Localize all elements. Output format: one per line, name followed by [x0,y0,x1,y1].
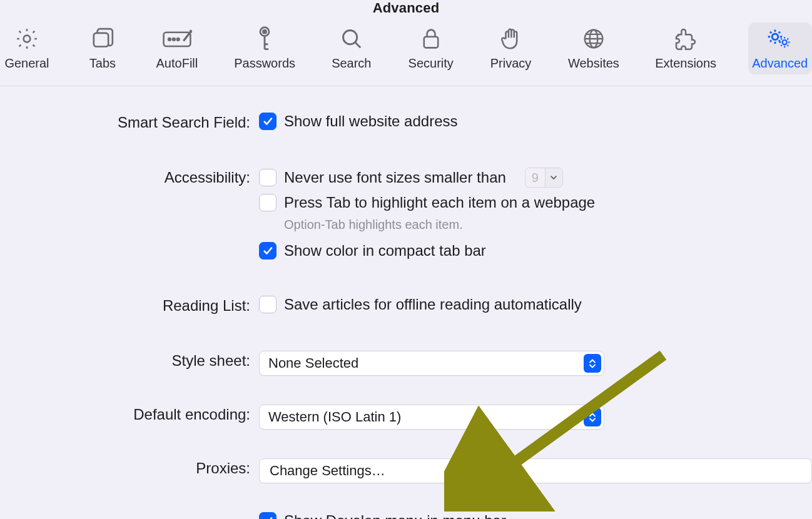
tab-search[interactable]: Search [327,23,376,74]
smart-search-label: Smart Search Field: [0,113,250,131]
min-font-stepper[interactable]: 9 [525,168,563,188]
svg-point-7 [263,30,266,33]
default-encoding-select[interactable]: Western (ISO Latin 1) [259,405,604,430]
chevron-updown-icon [584,408,601,426]
globe-icon [582,26,606,51]
svg-point-3 [168,38,171,41]
svg-point-8 [343,31,357,44]
double-gear-icon [765,26,795,51]
proxies-label: Proxies: [0,458,250,477]
tab-label: Advanced [752,56,808,71]
svg-point-13 [782,40,786,44]
tab-label: General [4,56,49,71]
svg-rect-9 [424,37,437,48]
tab-autofill[interactable]: AutoFill [151,23,203,74]
gear-icon [14,26,39,51]
svg-point-0 [24,36,31,43]
tab-tabs[interactable]: Tabs [81,23,124,74]
default-encoding-label: Default encoding: [0,405,250,423]
tab-general[interactable]: General [0,23,54,74]
tab-label: Search [332,56,371,71]
change-settings-label: Change Settings… [270,463,385,479]
pencil-field-icon [162,26,192,51]
chevron-updown-icon [584,354,601,373]
accessibility-label: Accessibility: [0,168,250,186]
style-sheet-label: Style sheet: [0,351,250,370]
tab-websites[interactable]: Websites [564,23,624,74]
tabs-icon [89,26,116,51]
tab-label: Extensions [655,56,716,71]
search-icon [340,26,363,51]
tab-label: Privacy [490,56,532,71]
svg-point-12 [772,34,778,40]
advanced-pane: Smart Search Field: Show full website ad… [0,86,812,519]
press-tab-label: Press Tab to highlight each item on a we… [284,194,595,211]
tab-privacy[interactable]: Privacy [485,23,536,74]
puzzle-icon [673,26,698,51]
lock-icon [421,26,441,51]
develop-menu-checkbox[interactable] [259,512,277,519]
min-font-checkbox[interactable] [259,169,277,186]
svg-point-5 [177,38,180,41]
tab-passwords[interactable]: Passwords [230,23,300,74]
develop-row-spacer [0,512,250,513]
chevron-down-icon[interactable] [545,168,562,187]
default-encoding-value: Western (ISO Latin 1) [268,409,401,425]
color-compact-label: Show color in compact tab bar [284,242,486,260]
tab-label: Tabs [89,56,116,71]
develop-menu-label: Show Develop menu in menu bar [284,512,506,519]
min-font-value: 9 [525,168,545,187]
offline-reading-label: Save articles for offline reading automa… [284,296,582,313]
style-sheet-select[interactable]: None Selected [259,351,604,376]
color-compact-checkbox[interactable] [259,242,277,260]
tab-label: Security [409,56,454,71]
hand-icon [500,26,522,51]
option-tab-hint: Option-Tab highlights each item. [259,218,812,232]
svg-point-4 [173,38,175,41]
tab-advanced[interactable]: Advanced [748,23,812,74]
tab-security[interactable]: Security [403,23,458,74]
reading-list-label: Reading List: [0,296,250,315]
show-full-address-checkbox[interactable] [259,113,277,130]
tab-label: AutoFill [156,56,198,71]
svg-rect-1 [94,33,108,47]
press-tab-checkbox[interactable] [259,194,277,211]
min-font-label: Never use font sizes smaller than [284,169,506,186]
key-icon [255,26,274,51]
show-full-address-label: Show full website address [284,113,457,130]
style-sheet-value: None Selected [268,355,358,371]
offline-reading-checkbox[interactable] [259,296,277,313]
tab-label: Passwords [234,56,295,71]
preferences-toolbar: General Tabs AutoFill Passwords Search S… [0,23,812,86]
window-title: Advanced [0,0,812,23]
tab-label: Websites [568,56,619,71]
change-settings-button[interactable]: Change Settings… [259,458,812,483]
tab-extensions[interactable]: Extensions [651,23,721,74]
